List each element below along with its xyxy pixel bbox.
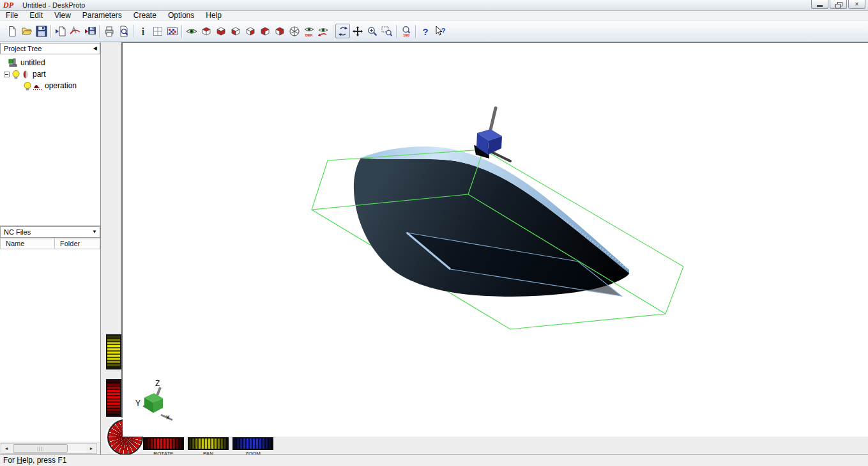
svg-text:100: 100 xyxy=(402,33,409,37)
view-isometric-button[interactable] xyxy=(287,24,301,38)
minimize-button[interactable] xyxy=(811,0,828,9)
collapse-expander-icon[interactable] xyxy=(4,72,10,77)
print-preview-icon xyxy=(118,26,130,37)
restore-button[interactable] xyxy=(830,0,847,9)
isometric-sphere-icon xyxy=(289,26,300,37)
main-area: Project Tree ◀ untitled part operation N… xyxy=(0,42,868,454)
menu-edit[interactable]: Edit xyxy=(24,11,49,20)
bulb-icon xyxy=(11,70,20,79)
pan-wheel-label: PAN xyxy=(188,451,229,454)
print-preview-button[interactable] xyxy=(116,24,131,38)
import-geometry-button[interactable] xyxy=(53,24,68,38)
menu-parameters[interactable]: Parameters xyxy=(77,11,128,20)
view-bottom-button[interactable] xyxy=(213,24,228,38)
view-left-button[interactable] xyxy=(257,24,272,38)
bitmap-view-button[interactable] xyxy=(165,24,179,38)
zoom-wheel[interactable] xyxy=(232,437,273,450)
column-folder[interactable]: Folder xyxy=(55,240,80,247)
rotate-wheel[interactable] xyxy=(143,437,184,450)
tool-zoom-window-button[interactable] xyxy=(379,24,394,38)
scroll-left-icon[interactable]: ◄ xyxy=(1,444,11,453)
toolbar-separator xyxy=(333,25,333,38)
visibility-button[interactable] xyxy=(184,24,199,38)
view-top-icon xyxy=(201,26,212,37)
open-folder-icon xyxy=(21,26,33,37)
close-button[interactable]: × xyxy=(848,0,865,9)
view-back-button[interactable] xyxy=(243,24,257,38)
view-rotate-button[interactable] xyxy=(316,24,331,38)
machine-icon xyxy=(8,58,18,68)
view-right-icon xyxy=(274,26,286,37)
menu-options[interactable]: Options xyxy=(162,11,200,20)
save-file-button[interactable] xyxy=(34,24,49,38)
edit-curves-button[interactable] xyxy=(68,24,82,38)
vertical-pan-wheel[interactable] xyxy=(106,334,121,369)
window-title: Untitled - DeskProto xyxy=(22,1,85,9)
print-button[interactable] xyxy=(102,24,116,38)
zoom-in-icon xyxy=(367,26,378,37)
view-bottom-icon xyxy=(215,26,227,37)
open-file-button[interactable] xyxy=(19,24,34,38)
scrollbar-thumb[interactable] xyxy=(13,444,68,453)
tree-item-label: operation xyxy=(45,81,77,90)
viewport-layout-button[interactable] xyxy=(150,24,165,38)
export-floppy-icon xyxy=(84,26,96,37)
nc-files-list xyxy=(0,249,100,442)
svg-text:i: i xyxy=(141,26,144,37)
tree-item-untitled[interactable]: untitled xyxy=(0,57,100,68)
tool-pan-button[interactable] xyxy=(350,24,365,38)
eye-icon xyxy=(186,26,197,37)
dropdown-arrow-icon[interactable]: ▼ xyxy=(92,229,97,235)
collapse-panel-icon[interactable]: ◀ xyxy=(93,46,97,51)
tree-item-label: part xyxy=(33,70,46,79)
cutter-shaft xyxy=(490,108,496,132)
view-right-button[interactable] xyxy=(272,24,287,38)
default-view-eye-icon: DEF. xyxy=(303,26,316,37)
project-tree-title: Project Tree xyxy=(4,45,42,52)
column-name[interactable]: Name xyxy=(1,240,54,247)
pan-wheel[interactable] xyxy=(188,437,229,450)
zoom-wheel-label: ZOOM xyxy=(232,451,273,454)
svg-text:?: ? xyxy=(441,27,445,35)
axis-label-y: Y xyxy=(135,399,141,408)
view-left-icon xyxy=(259,26,271,37)
part-info-button[interactable]: i xyxy=(135,24,150,38)
write-ncfile-button[interactable] xyxy=(82,24,97,38)
model-mouse-shell xyxy=(354,146,629,297)
view-back-icon xyxy=(245,26,256,37)
axis-indicator: Z Y x xyxy=(135,379,172,421)
curves-pen-icon xyxy=(70,26,81,37)
tree-item-part[interactable]: part xyxy=(0,68,100,80)
toolbar: i DEF. 100 ? ? xyxy=(0,21,868,42)
vertical-rotate-wheel[interactable] xyxy=(106,379,121,417)
pan-tool-icon xyxy=(352,26,363,37)
nc-files-title: NC Files xyxy=(4,228,31,236)
tree-item-operation[interactable]: operation xyxy=(0,80,100,91)
horizontal-scrollbar[interactable]: ◄ ► xyxy=(1,443,97,454)
tool-zoom-in-button[interactable] xyxy=(365,24,379,38)
title-bar: DP Untitled - DeskProto × xyxy=(0,0,868,11)
viewport-3d[interactable]: Z Y x xyxy=(123,42,868,437)
tool-rotate-button[interactable] xyxy=(335,24,350,38)
view-default-button[interactable]: DEF. xyxy=(301,24,316,38)
grid-layout-icon xyxy=(152,26,164,37)
scene-3d: Z Y x xyxy=(123,43,868,437)
close-icon: × xyxy=(855,1,859,8)
menu-bar: File Edit View Parameters Create Options… xyxy=(0,11,868,21)
new-file-button[interactable] xyxy=(4,24,19,38)
view-top-button[interactable] xyxy=(199,24,213,38)
menu-view[interactable]: View xyxy=(49,11,77,20)
menu-create[interactable]: Create xyxy=(128,11,162,20)
toolbar-separator xyxy=(133,25,133,38)
view-front-button[interactable] xyxy=(228,24,243,38)
help-button[interactable]: ? xyxy=(418,24,432,38)
scroll-right-icon[interactable]: ► xyxy=(86,444,96,453)
minimize-icon xyxy=(817,5,823,7)
menu-help[interactable]: Help xyxy=(200,11,227,20)
nc-files-header[interactable]: NC Files ▼ xyxy=(0,226,100,238)
zoom-window-icon xyxy=(381,26,393,37)
menu-file[interactable]: File xyxy=(0,11,24,20)
tool-zoom-100-button[interactable]: 100 xyxy=(399,24,413,38)
toolbar-separator xyxy=(50,25,51,38)
context-help-button[interactable]: ? xyxy=(432,24,447,38)
